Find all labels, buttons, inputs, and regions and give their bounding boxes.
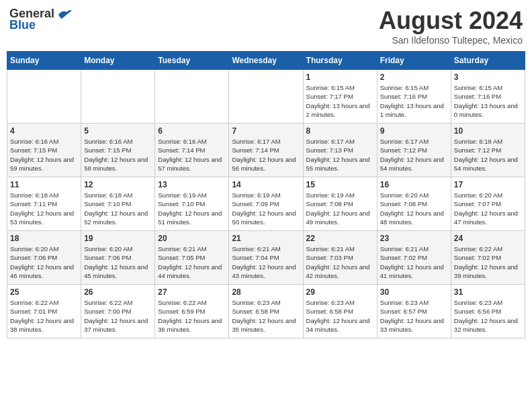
day-number: 26 [84,287,152,297]
calendar-cell: 25Sunrise: 6:22 AM Sunset: 7:01 PM Dayli… [7,285,81,338]
day-number: 15 [306,180,374,189]
calendar-week-row: 18Sunrise: 6:20 AM Sunset: 7:06 PM Dayli… [7,231,525,285]
calendar-week-row: 11Sunrise: 6:18 AM Sunset: 7:11 PM Dayli… [7,177,525,231]
column-header-friday: Friday [377,52,451,70]
day-detail: Sunrise: 6:15 AM Sunset: 7:17 PM Dayligh… [306,83,374,119]
day-number: 14 [232,180,300,189]
calendar-cell: 3Sunrise: 6:15 AM Sunset: 7:16 PM Daylig… [451,70,525,124]
day-detail: Sunrise: 6:18 AM Sunset: 7:10 PM Dayligh… [84,191,152,226]
day-number: 24 [454,234,522,243]
day-number: 21 [232,234,300,243]
column-header-monday: Monday [81,52,155,70]
calendar-cell: 2Sunrise: 6:15 AM Sunset: 7:16 PM Daylig… [377,70,451,124]
column-header-saturday: Saturday [451,52,525,70]
calendar-cell: 12Sunrise: 6:18 AM Sunset: 7:10 PM Dayli… [81,177,155,231]
logo-blue-text: Blue [9,18,36,32]
calendar-cell: 17Sunrise: 6:20 AM Sunset: 7:07 PM Dayli… [451,177,525,231]
day-number: 31 [454,287,522,297]
calendar-cell: 11Sunrise: 6:18 AM Sunset: 7:11 PM Dayli… [7,177,81,231]
calendar-cell: 30Sunrise: 6:23 AM Sunset: 6:57 PM Dayli… [377,285,451,338]
day-detail: Sunrise: 6:16 AM Sunset: 7:14 PM Dayligh… [158,137,226,173]
calendar-cell: 5Sunrise: 6:16 AM Sunset: 7:15 PM Daylig… [81,124,155,177]
day-detail: Sunrise: 6:19 AM Sunset: 7:09 PM Dayligh… [232,191,300,226]
day-detail: Sunrise: 6:15 AM Sunset: 7:16 PM Dayligh… [380,83,448,119]
calendar-cell: 24Sunrise: 6:22 AM Sunset: 7:02 PM Dayli… [451,231,525,285]
day-detail: Sunrise: 6:20 AM Sunset: 7:08 PM Dayligh… [380,191,448,226]
day-detail: Sunrise: 6:20 AM Sunset: 7:06 PM Dayligh… [84,244,152,280]
calendar-cell: 26Sunrise: 6:22 AM Sunset: 7:00 PM Dayli… [81,285,155,338]
calendar-table: SundayMondayTuesdayWednesdayThursdayFrid… [7,51,525,338]
calendar-cell: 23Sunrise: 6:21 AM Sunset: 7:02 PM Dayli… [377,231,451,285]
calendar-cell: 28Sunrise: 6:23 AM Sunset: 6:58 PM Dayli… [229,285,303,338]
calendar-cell: 4Sunrise: 6:16 AM Sunset: 7:15 PM Daylig… [7,124,81,177]
calendar-cell: 15Sunrise: 6:19 AM Sunset: 7:08 PM Dayli… [303,177,377,231]
day-number: 20 [158,234,226,243]
location-subtitle: San Ildefonso Tultepec, Mexico [379,35,523,46]
day-detail: Sunrise: 6:19 AM Sunset: 7:10 PM Dayligh… [158,191,226,226]
day-detail: Sunrise: 6:17 AM Sunset: 7:12 PM Dayligh… [380,137,448,173]
calendar-cell: 18Sunrise: 6:20 AM Sunset: 7:06 PM Dayli… [7,231,81,285]
calendar-cell: 22Sunrise: 6:21 AM Sunset: 7:03 PM Dayli… [303,231,377,285]
calendar-cell: 1Sunrise: 6:15 AM Sunset: 7:17 PM Daylig… [303,70,377,124]
calendar-cell: 8Sunrise: 6:17 AM Sunset: 7:13 PM Daylig… [303,124,377,177]
logo: General Blue [9,7,72,32]
day-detail: Sunrise: 6:20 AM Sunset: 7:06 PM Dayligh… [10,244,78,280]
day-number: 25 [10,287,78,297]
calendar-cell: 7Sunrise: 6:17 AM Sunset: 7:14 PM Daylig… [229,124,303,177]
calendar-week-row: 1Sunrise: 6:15 AM Sunset: 7:17 PM Daylig… [7,70,525,124]
day-detail: Sunrise: 6:23 AM Sunset: 6:56 PM Dayligh… [454,298,522,334]
calendar-cell: 19Sunrise: 6:20 AM Sunset: 7:06 PM Dayli… [81,231,155,285]
day-detail: Sunrise: 6:22 AM Sunset: 7:02 PM Dayligh… [454,244,522,280]
day-detail: Sunrise: 6:18 AM Sunset: 7:11 PM Dayligh… [10,191,78,226]
day-number: 11 [10,180,78,189]
page-header: General Blue August 2024 San Ildefonso T… [7,7,525,46]
calendar-cell: 6Sunrise: 6:16 AM Sunset: 7:14 PM Daylig… [155,124,229,177]
calendar-cell [81,70,155,124]
calendar-cell: 14Sunrise: 6:19 AM Sunset: 7:09 PM Dayli… [229,177,303,231]
day-detail: Sunrise: 6:19 AM Sunset: 7:08 PM Dayligh… [306,191,374,226]
day-number: 6 [158,126,226,136]
day-number: 1 [306,73,374,82]
day-detail: Sunrise: 6:23 AM Sunset: 6:58 PM Dayligh… [232,298,300,334]
calendar-cell: 13Sunrise: 6:19 AM Sunset: 7:10 PM Dayli… [155,177,229,231]
title-area: August 2024 San Ildefonso Tultepec, Mexi… [379,7,523,46]
day-number: 8 [306,126,374,136]
day-detail: Sunrise: 6:21 AM Sunset: 7:05 PM Dayligh… [158,244,226,280]
day-number: 23 [380,234,448,243]
column-header-tuesday: Tuesday [155,52,229,70]
calendar-cell [155,70,229,124]
day-number: 29 [306,287,374,297]
day-number: 2 [380,73,448,82]
calendar-cell: 29Sunrise: 6:23 AM Sunset: 6:58 PM Dayli… [303,285,377,338]
day-detail: Sunrise: 6:16 AM Sunset: 7:15 PM Dayligh… [84,137,152,173]
calendar-week-row: 4Sunrise: 6:16 AM Sunset: 7:15 PM Daylig… [7,124,525,177]
logo-bird-icon [57,8,72,20]
day-number: 28 [232,287,300,297]
day-detail: Sunrise: 6:20 AM Sunset: 7:07 PM Dayligh… [454,191,522,226]
column-header-sunday: Sunday [7,52,81,70]
day-detail: Sunrise: 6:22 AM Sunset: 6:59 PM Dayligh… [158,298,226,334]
calendar-cell: 16Sunrise: 6:20 AM Sunset: 7:08 PM Dayli… [377,177,451,231]
day-detail: Sunrise: 6:22 AM Sunset: 7:01 PM Dayligh… [10,298,78,334]
column-header-wednesday: Wednesday [229,52,303,70]
day-detail: Sunrise: 6:21 AM Sunset: 7:02 PM Dayligh… [380,244,448,280]
month-year-title: August 2024 [379,7,523,35]
calendar-header-row: SundayMondayTuesdayWednesdayThursdayFrid… [7,52,525,70]
day-number: 17 [454,180,522,189]
day-number: 18 [10,234,78,243]
day-detail: Sunrise: 6:17 AM Sunset: 7:14 PM Dayligh… [232,137,300,173]
calendar-cell [7,70,81,124]
calendar-cell: 10Sunrise: 6:18 AM Sunset: 7:12 PM Dayli… [451,124,525,177]
calendar-cell: 20Sunrise: 6:21 AM Sunset: 7:05 PM Dayli… [155,231,229,285]
day-number: 30 [380,287,448,297]
calendar-cell: 9Sunrise: 6:17 AM Sunset: 7:12 PM Daylig… [377,124,451,177]
day-number: 7 [232,126,300,136]
day-number: 27 [158,287,226,297]
day-number: 12 [84,180,152,189]
day-number: 5 [84,126,152,136]
day-number: 16 [380,180,448,189]
column-header-thursday: Thursday [303,52,377,70]
day-detail: Sunrise: 6:18 AM Sunset: 7:12 PM Dayligh… [454,137,522,173]
calendar-cell: 21Sunrise: 6:21 AM Sunset: 7:04 PM Dayli… [229,231,303,285]
day-number: 22 [306,234,374,243]
